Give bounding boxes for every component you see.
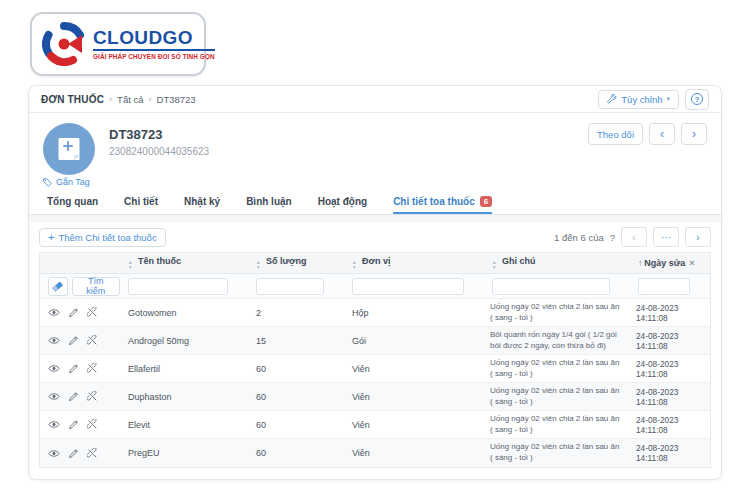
breadcrumb-separator: › bbox=[149, 94, 152, 104]
modified-date: 24-08-2023 14:11:08 bbox=[630, 385, 710, 409]
unlink-icon[interactable] bbox=[87, 419, 98, 430]
view-icon[interactable] bbox=[48, 449, 60, 458]
sort-icon[interactable]: ▲▼ bbox=[256, 261, 261, 271]
tag-icon bbox=[43, 178, 52, 187]
unlink-icon[interactable] bbox=[87, 391, 98, 402]
medicine-table: ▲▼ Tên thuốc ▲▼ Số lượng ▲▼ Đơn vị ▲▼ Gh… bbox=[39, 252, 711, 468]
view-icon[interactable] bbox=[48, 420, 60, 429]
unlink-icon[interactable] bbox=[87, 335, 98, 346]
edit-icon[interactable] bbox=[68, 419, 79, 430]
column-header-ten-thuoc[interactable]: ▲▼ Tên thuốc bbox=[120, 254, 248, 273]
sort-ascending-icon: ↑ bbox=[638, 258, 642, 268]
record-avatar bbox=[43, 123, 95, 175]
breadcrumb-module[interactable]: ĐƠN THUỐC bbox=[41, 94, 104, 105]
column-header-so-luong[interactable]: ▲▼ Số lượng bbox=[248, 254, 344, 273]
actions-column-header bbox=[40, 261, 120, 265]
tab-chi-tiet[interactable]: Chi tiết bbox=[124, 191, 158, 214]
record-header: DT38723 230824000044035623 Gắn Tag Theo … bbox=[29, 113, 721, 191]
record-code: 230824000044035623 bbox=[109, 146, 209, 157]
tab-bar: Tổng quan Chi tiết Nhật ký Bình luận Hoạ… bbox=[29, 191, 721, 215]
medicine-qty: 60 bbox=[248, 418, 344, 432]
breadcrumb-separator: › bbox=[109, 94, 112, 104]
medicine-name: Ellafertil bbox=[120, 362, 248, 376]
eraser-icon bbox=[51, 280, 64, 293]
medicine-unit: Gói bbox=[344, 334, 484, 348]
table-header-row: ▲▼ Tên thuốc ▲▼ Số lượng ▲▼ Đơn vị ▲▼ Gh… bbox=[40, 253, 710, 274]
tab-tong-quan[interactable]: Tổng quan bbox=[47, 191, 98, 214]
record-title: DT38723 bbox=[109, 127, 209, 142]
view-icon[interactable] bbox=[48, 392, 60, 401]
add-tag-link[interactable]: Gắn Tag bbox=[43, 177, 90, 187]
filter-input-ghi-chu[interactable] bbox=[492, 278, 610, 295]
medicine-name: Gotowomen bbox=[120, 306, 248, 320]
medicine-unit: Viên bbox=[344, 390, 484, 404]
filter-input-ngay-sua[interactable] bbox=[638, 278, 690, 295]
section-divider bbox=[29, 215, 721, 222]
breadcrumb-item-record: DT38723 bbox=[157, 94, 196, 105]
tab-chi-tiet-toa-thuoc[interactable]: Chi tiết toa thuốc 6 bbox=[393, 191, 492, 214]
customize-button[interactable]: Tùy chỉnh ▾ bbox=[598, 90, 679, 109]
medicine-note: Bôi quanh rốn ngày 1/4 gói ( 1/2 gói bôi… bbox=[484, 327, 630, 354]
view-icon[interactable] bbox=[48, 336, 60, 345]
modified-date: 24-08-2023 14:11:08 bbox=[630, 441, 710, 465]
sort-icon[interactable]: ▲▼ bbox=[352, 261, 357, 271]
tab-hoat-dong[interactable]: Hoạt động bbox=[318, 191, 367, 214]
pagination-total-link[interactable]: ? bbox=[610, 232, 615, 243]
page-next-button[interactable]: › bbox=[685, 227, 711, 247]
page-jump-button[interactable]: ··· bbox=[653, 227, 679, 247]
add-detail-button[interactable]: + Thêm Chi tiết toa thuốc bbox=[39, 228, 166, 247]
unlink-icon[interactable] bbox=[87, 363, 98, 374]
edit-icon[interactable] bbox=[68, 448, 79, 459]
list-toolbar: + Thêm Chi tiết toa thuốc 1 đến 6 của ? … bbox=[29, 222, 721, 252]
help-icon: ? bbox=[691, 93, 703, 105]
table-row: Ellafertil 60 Viên Uống ngày 02 viên chi… bbox=[40, 355, 710, 383]
edit-icon[interactable] bbox=[68, 391, 79, 402]
logo-tagline: GIẢI PHÁP CHUYỂN ĐỔI SỐ TINH GỌN bbox=[93, 53, 215, 60]
view-icon[interactable] bbox=[48, 308, 60, 317]
help-button[interactable]: ? bbox=[685, 89, 709, 110]
tab-nhat-ky[interactable]: Nhật ký bbox=[184, 191, 220, 214]
medicine-note: Uống ngày 02 viên chia 2 lần sau ăn ( sá… bbox=[484, 299, 630, 326]
edit-icon[interactable] bbox=[68, 363, 79, 374]
medicine-qty: 60 bbox=[248, 446, 344, 460]
medicine-unit: Viên bbox=[344, 446, 484, 460]
column-header-don-vi[interactable]: ▲▼ Đơn vị bbox=[344, 254, 484, 273]
clear-filters-button[interactable] bbox=[48, 277, 68, 296]
sort-icon[interactable]: ▲▼ bbox=[492, 261, 497, 271]
follow-button[interactable]: Theo dõi bbox=[588, 123, 643, 145]
tab-binh-luan[interactable]: Bình luận bbox=[246, 191, 292, 214]
search-button[interactable]: Tìm kiếm bbox=[72, 277, 120, 296]
prescription-note-icon bbox=[57, 136, 81, 162]
column-header-ngay-sua[interactable]: ↑ Ngày sửa × bbox=[630, 256, 710, 270]
medicine-name: PregEU bbox=[120, 446, 248, 460]
sort-icon[interactable]: ▲▼ bbox=[128, 261, 133, 271]
medicine-unit: Hộp bbox=[344, 306, 484, 320]
unlink-icon[interactable] bbox=[87, 448, 98, 459]
medicine-note: Uống ngày 02 viên chia 2 lần sau ăn ( sá… bbox=[484, 383, 630, 410]
edit-icon[interactable] bbox=[68, 307, 79, 318]
clear-sort-icon[interactable]: × bbox=[689, 258, 694, 268]
breadcrumb-item-all[interactable]: Tất cả bbox=[117, 94, 143, 105]
table-row: PregEU 60 Viên Uống ngày 02 viên chia 2 … bbox=[40, 439, 710, 466]
unlink-icon[interactable] bbox=[87, 307, 98, 318]
filter-input-don-vi[interactable] bbox=[352, 278, 464, 295]
medicine-qty: 2 bbox=[248, 306, 344, 320]
view-icon[interactable] bbox=[48, 364, 60, 373]
next-record-button[interactable]: › bbox=[681, 123, 707, 145]
table-filter-row: Tìm kiếm bbox=[40, 274, 710, 299]
medicine-unit: Viên bbox=[344, 362, 484, 376]
medicine-unit: Viên bbox=[344, 418, 484, 432]
chevron-down-icon: ▾ bbox=[666, 95, 670, 103]
medicine-name: Elevit bbox=[120, 418, 248, 432]
filter-input-so-luong[interactable] bbox=[256, 278, 324, 295]
column-header-ghi-chu[interactable]: ▲▼ Ghi chú bbox=[484, 254, 630, 273]
logo-text-block: CLOUDGO GIẢI PHÁP CHUYỂN ĐỔI SỐ TINH GỌN bbox=[93, 28, 215, 60]
medicine-qty: 15 bbox=[248, 334, 344, 348]
pagination: 1 đến 6 của ? ‹ ··· › bbox=[554, 227, 711, 247]
edit-icon[interactable] bbox=[68, 335, 79, 346]
record-text-block: DT38723 230824000044035623 bbox=[109, 123, 209, 175]
prev-record-button[interactable]: ‹ bbox=[649, 123, 675, 145]
filter-input-ten-thuoc[interactable] bbox=[128, 278, 228, 295]
page-prev-button[interactable]: ‹ bbox=[621, 227, 647, 247]
table-row: Duphaston 60 Viên Uống ngày 02 viên chia… bbox=[40, 383, 710, 411]
